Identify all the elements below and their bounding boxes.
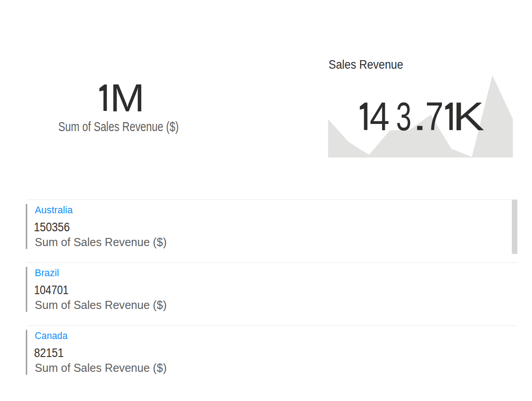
svg-text:Canada: Canada xyxy=(35,330,68,341)
svg-text:K: K xyxy=(453,94,484,139)
svg-text:Sum of Sales Revenue ($): Sum of Sales Revenue ($) xyxy=(35,298,167,312)
svg-text:Sum of Sales Revenue ($): Sum of Sales Revenue ($) xyxy=(58,119,179,134)
svg-text:3: 3 xyxy=(396,94,411,139)
svg-text:Brazil: Brazil xyxy=(35,267,59,278)
svg-text:Sum of Sales Revenue ($): Sum of Sales Revenue ($) xyxy=(35,361,167,375)
svg-text:Sales Revenue: Sales Revenue xyxy=(329,57,403,71)
svg-text:M: M xyxy=(110,76,145,120)
svg-text:150356: 150356 xyxy=(34,220,70,234)
svg-text:4: 4 xyxy=(370,94,389,139)
svg-text:104701: 104701 xyxy=(34,283,69,297)
svg-text:Sum of Sales Revenue ($): Sum of Sales Revenue ($) xyxy=(35,235,167,249)
svg-text:82151: 82151 xyxy=(34,346,64,360)
svg-text:Australia: Australia xyxy=(35,204,73,216)
svg-text:7: 7 xyxy=(425,94,444,139)
